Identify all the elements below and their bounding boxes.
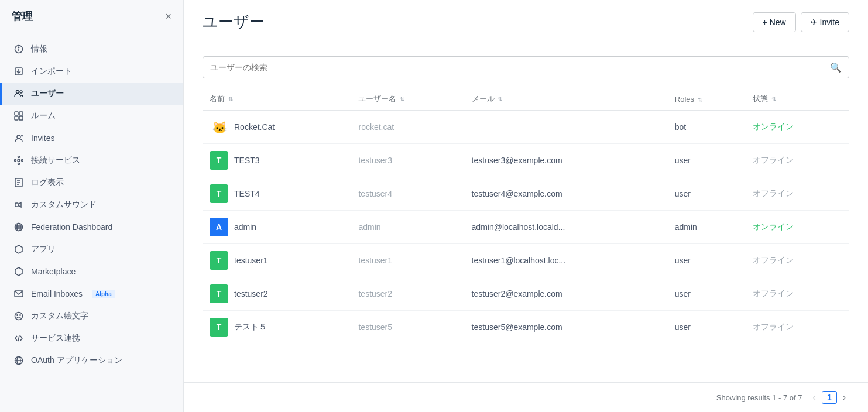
- table-column-header[interactable]: 名前 ⇅: [203, 88, 351, 111]
- svg-rect-6: [15, 112, 18, 115]
- search-bar: 🔍: [203, 56, 849, 78]
- sort-icon: ⇅: [400, 96, 404, 102]
- sidebar-item-label: アプリ: [31, 244, 56, 255]
- user-roles-cell: user: [668, 277, 746, 311]
- sidebar-item-connection-services[interactable]: 接続サービス: [0, 149, 183, 171]
- user-name-text: テスト５: [234, 322, 267, 332]
- sidebar-item-label: カスタムサウンド: [31, 200, 97, 210]
- header-actions: + New ✈ Invite: [753, 12, 849, 32]
- svg-point-13: [18, 159, 20, 162]
- user-name-text: TEST4: [234, 189, 260, 198]
- user-name-text: admin: [234, 222, 256, 232]
- svg-rect-9: [19, 116, 23, 120]
- table-row[interactable]: Aadminadminadmin@localhost.locald...admi…: [203, 211, 849, 244]
- svg-point-16: [15, 160, 16, 162]
- table-row[interactable]: Ttestuser2testuser2testuser2@example.com…: [203, 277, 849, 311]
- federation-dashboard-icon: [13, 222, 24, 232]
- user-roles-cell: admin: [668, 211, 746, 244]
- table-row[interactable]: Ttestuser1testuser1testuser1@localhost.l…: [203, 244, 849, 277]
- pagination-prev-button[interactable]: ‹: [809, 391, 819, 404]
- user-name-text: testuser2: [234, 289, 268, 298]
- oauth-apps-icon: [13, 355, 24, 366]
- avatar: T: [210, 151, 228, 170]
- table-column-header[interactable]: メール ⇅: [465, 88, 668, 111]
- marketplace-icon: [13, 266, 24, 277]
- table-row[interactable]: TTEST3testuser3testuser3@example.comuser…: [203, 144, 849, 177]
- service-integration-icon: [13, 333, 24, 344]
- sidebar-item-label: OAuth アプリケーション: [31, 355, 122, 366]
- user-email-cell: testuser4@example.com: [465, 177, 668, 211]
- table-body: 🐱Rocket.Catrocket.catbotオンラインTTEST3testu…: [203, 111, 849, 344]
- sidebar-item-label: 情報: [31, 44, 47, 54]
- sidebar-item-custom-emoji[interactable]: カスタム絵文字: [0, 305, 183, 327]
- table-row[interactable]: Tテスト５testuser5testuser5@example.comuserオ…: [203, 311, 849, 344]
- svg-line-34: [18, 335, 19, 341]
- import-icon: [13, 66, 24, 77]
- users-table: 名前 ⇅ユーザー名 ⇅メール ⇅Roles ⇅状態 ⇅ 🐱Rocket.Catr…: [203, 88, 849, 344]
- user-name-cell: 🐱Rocket.Cat: [203, 111, 351, 144]
- sidebar-item-custom-sounds[interactable]: カスタムサウンド: [0, 194, 183, 216]
- sidebar: 管理 × 情報インポートユーザールームInvites接続サービスログ表示カスタム…: [0, 0, 184, 412]
- sidebar-item-label: カスタム絵文字: [31, 311, 88, 321]
- invites-icon: [13, 133, 24, 143]
- svg-rect-8: [15, 116, 18, 120]
- users-table-container: 名前 ⇅ユーザー名 ⇅メール ⇅Roles ⇅状態 ⇅ 🐱Rocket.Catr…: [184, 78, 868, 382]
- table-column-header[interactable]: Roles ⇅: [668, 88, 746, 111]
- sidebar-item-rooms[interactable]: ルーム: [0, 105, 183, 127]
- info-icon: [13, 44, 24, 54]
- search-icon: 🔍: [830, 62, 842, 73]
- user-status-cell: オンライン: [746, 111, 849, 144]
- sidebar-item-label: Email Inboxes: [31, 289, 83, 298]
- sidebar-item-label: Federation Dashboard: [31, 222, 112, 232]
- user-username-cell: testuser1: [351, 244, 464, 277]
- sidebar-item-service-integration[interactable]: サービス連携: [0, 327, 183, 349]
- table-row[interactable]: 🐱Rocket.Catrocket.catbotオンライン: [203, 111, 849, 144]
- user-name-cell: Ttestuser2: [203, 277, 351, 311]
- pagination-next-button[interactable]: ›: [839, 391, 849, 404]
- main-content: ユーザー + New ✈ Invite 🔍 名前 ⇅ユーザー名 ⇅メール ⇅Ro…: [184, 0, 868, 412]
- user-name-text: testuser1: [234, 256, 268, 265]
- table-column-header[interactable]: ユーザー名 ⇅: [351, 88, 464, 111]
- main-header: ユーザー + New ✈ Invite: [184, 0, 868, 44]
- user-email-cell: [465, 111, 668, 144]
- users-icon: [13, 88, 24, 99]
- user-status-cell: オフライン: [746, 244, 849, 277]
- user-name-cell: Ttestuser1: [203, 244, 351, 277]
- sidebar-item-marketplace[interactable]: Marketplace: [0, 260, 183, 283]
- table-column-header[interactable]: 状態 ⇅: [746, 88, 849, 111]
- svg-text:🐱: 🐱: [212, 121, 227, 135]
- svg-point-14: [18, 156, 20, 158]
- sidebar-item-federation-dashboard[interactable]: Federation Dashboard: [0, 216, 183, 238]
- table-row[interactable]: TTEST4testuser4testuser4@example.comuser…: [203, 177, 849, 211]
- sidebar-title: 管理: [12, 9, 33, 23]
- sidebar-item-view-logs[interactable]: ログ表示: [0, 171, 183, 194]
- user-roles-cell: user: [668, 144, 746, 177]
- user-email-cell: testuser1@localhost.loc...: [465, 244, 668, 277]
- sidebar-item-apps[interactable]: アプリ: [0, 238, 183, 260]
- sort-icon: ⇅: [228, 96, 233, 102]
- user-email-cell: testuser3@example.com: [465, 144, 668, 177]
- invite-button[interactable]: ✈ Invite: [801, 12, 849, 32]
- sidebar-item-import[interactable]: インポート: [0, 60, 183, 83]
- sidebar-item-email-inboxes[interactable]: Email InboxesAlpha: [0, 283, 183, 305]
- svg-point-10: [17, 135, 20, 139]
- user-status-cell: オフライン: [746, 311, 849, 344]
- user-name-cell: TTEST4: [203, 177, 351, 211]
- connection-services-icon: [13, 155, 24, 166]
- user-username-cell: admin: [351, 211, 464, 244]
- search-input[interactable]: [210, 57, 830, 78]
- sidebar-item-label: サービス連携: [31, 333, 80, 344]
- user-email-cell: admin@localhost.locald...: [465, 211, 668, 244]
- sidebar-item-invites[interactable]: Invites: [0, 127, 183, 149]
- sidebar-item-label: ログ表示: [31, 177, 64, 188]
- sidebar-item-oauth-apps[interactable]: OAuth アプリケーション: [0, 349, 183, 372]
- sidebar-item-info[interactable]: 情報: [0, 38, 183, 60]
- user-roles-cell: user: [668, 177, 746, 211]
- svg-point-5: [20, 91, 22, 93]
- sidebar-item-users[interactable]: ユーザー: [0, 83, 183, 105]
- avatar: 🐱: [210, 118, 228, 136]
- sidebar-close-button[interactable]: ×: [165, 11, 171, 22]
- new-button[interactable]: + New: [753, 12, 796, 32]
- user-roles-cell: user: [668, 244, 746, 277]
- user-username-cell: rocket.cat: [351, 111, 464, 144]
